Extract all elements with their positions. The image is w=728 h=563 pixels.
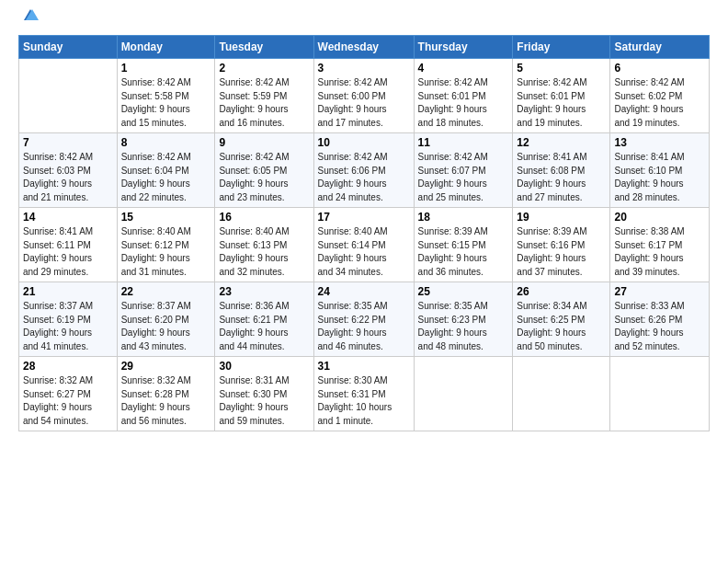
day-number: 6: [614, 62, 705, 75]
day-info: Sunrise: 8:42 AMSunset: 6:02 PMDaylight:…: [614, 76, 705, 130]
day-number: 4: [418, 62, 509, 75]
day-number: 27: [614, 285, 705, 298]
day-number: 8: [121, 136, 211, 149]
day-info: Sunrise: 8:39 AMSunset: 6:15 PMDaylight:…: [418, 225, 509, 279]
day-cell: 21Sunrise: 8:37 AMSunset: 6:19 PMDayligh…: [19, 282, 118, 357]
week-row-1: 1Sunrise: 8:42 AMSunset: 5:58 PMDaylight…: [19, 59, 710, 133]
day-number: 12: [517, 136, 606, 149]
day-info: Sunrise: 8:40 AMSunset: 6:13 PMDaylight:…: [219, 225, 309, 279]
day-number: 10: [318, 136, 410, 149]
day-cell: 25Sunrise: 8:35 AMSunset: 6:23 PMDayligh…: [414, 282, 513, 357]
day-cell: 17Sunrise: 8:40 AMSunset: 6:14 PMDayligh…: [313, 208, 414, 282]
day-number: 19: [517, 211, 606, 224]
day-number: 25: [418, 285, 509, 298]
day-info: Sunrise: 8:41 AMSunset: 6:11 PMDaylight:…: [23, 225, 113, 279]
day-number: 14: [23, 211, 113, 224]
week-row-5: 28Sunrise: 8:32 AMSunset: 6:27 PMDayligh…: [19, 357, 710, 431]
day-number: 20: [614, 211, 705, 224]
day-info: Sunrise: 8:42 AMSunset: 6:05 PMDaylight:…: [219, 151, 309, 204]
day-info: Sunrise: 8:40 AMSunset: 6:12 PMDaylight:…: [121, 225, 211, 279]
day-cell: 27Sunrise: 8:33 AMSunset: 6:26 PMDayligh…: [610, 282, 710, 357]
header-cell-thursday: Thursday: [414, 36, 513, 59]
day-cell: 15Sunrise: 8:40 AMSunset: 6:12 PMDayligh…: [117, 208, 215, 282]
day-cell: [414, 357, 513, 431]
week-row-2: 7Sunrise: 8:42 AMSunset: 6:03 PMDaylight…: [19, 133, 710, 208]
header-cell-sunday: Sunday: [19, 36, 118, 59]
header-cell-monday: Monday: [117, 36, 215, 59]
day-info: Sunrise: 8:42 AMSunset: 6:01 PMDaylight:…: [418, 76, 509, 130]
day-info: Sunrise: 8:30 AMSunset: 6:31 PMDaylight:…: [318, 374, 410, 428]
day-number: 29: [121, 360, 211, 373]
day-cell: 13Sunrise: 8:41 AMSunset: 6:10 PMDayligh…: [610, 133, 710, 208]
day-cell: 4Sunrise: 8:42 AMSunset: 6:01 PMDaylight…: [414, 59, 513, 133]
day-info: Sunrise: 8:42 AMSunset: 5:58 PMDaylight:…: [121, 76, 211, 130]
page-container: SundayMondayTuesdayWednesdayThursdayFrid…: [0, 0, 728, 441]
day-number: 5: [517, 62, 606, 75]
day-info: Sunrise: 8:37 AMSunset: 6:20 PMDaylight:…: [121, 300, 211, 353]
day-number: 26: [517, 285, 606, 298]
day-info: Sunrise: 8:36 AMSunset: 6:21 PMDaylight:…: [219, 300, 309, 353]
day-cell: 9Sunrise: 8:42 AMSunset: 6:05 PMDaylight…: [215, 133, 313, 208]
day-info: Sunrise: 8:42 AMSunset: 6:06 PMDaylight:…: [318, 151, 410, 204]
day-number: 7: [23, 136, 113, 149]
day-cell: 1Sunrise: 8:42 AMSunset: 5:58 PMDaylight…: [117, 59, 215, 133]
day-number: 3: [318, 62, 410, 75]
day-number: 1: [121, 62, 211, 75]
header-cell-saturday: Saturday: [610, 36, 710, 59]
day-info: Sunrise: 8:42 AMSunset: 6:07 PMDaylight:…: [418, 151, 509, 204]
day-cell: 23Sunrise: 8:36 AMSunset: 6:21 PMDayligh…: [215, 282, 313, 357]
day-number: 24: [318, 285, 410, 298]
day-info: Sunrise: 8:41 AMSunset: 6:08 PMDaylight:…: [517, 151, 606, 204]
day-info: Sunrise: 8:42 AMSunset: 6:01 PMDaylight:…: [517, 76, 606, 130]
day-cell: 8Sunrise: 8:42 AMSunset: 6:04 PMDaylight…: [117, 133, 215, 208]
day-info: Sunrise: 8:41 AMSunset: 6:10 PMDaylight:…: [614, 151, 705, 204]
day-cell: 31Sunrise: 8:30 AMSunset: 6:31 PMDayligh…: [313, 357, 414, 431]
day-cell: 3Sunrise: 8:42 AMSunset: 6:00 PMDaylight…: [313, 59, 414, 133]
day-info: Sunrise: 8:35 AMSunset: 6:23 PMDaylight:…: [418, 300, 509, 353]
day-info: Sunrise: 8:42 AMSunset: 6:00 PMDaylight:…: [318, 76, 410, 130]
day-info: Sunrise: 8:31 AMSunset: 6:30 PMDaylight:…: [219, 374, 309, 428]
day-cell: 24Sunrise: 8:35 AMSunset: 6:22 PMDayligh…: [313, 282, 414, 357]
day-cell: [610, 357, 710, 431]
day-number: 28: [23, 360, 113, 373]
calendar-table: SundayMondayTuesdayWednesdayThursdayFrid…: [18, 35, 710, 431]
day-number: 17: [318, 211, 410, 224]
day-cell: 26Sunrise: 8:34 AMSunset: 6:25 PMDayligh…: [513, 282, 610, 357]
day-number: 15: [121, 211, 211, 224]
day-cell: 22Sunrise: 8:37 AMSunset: 6:20 PMDayligh…: [117, 282, 215, 357]
header-row: SundayMondayTuesdayWednesdayThursdayFrid…: [19, 36, 710, 59]
day-info: Sunrise: 8:42 AMSunset: 6:04 PMDaylight:…: [121, 151, 211, 204]
day-cell: 30Sunrise: 8:31 AMSunset: 6:30 PMDayligh…: [215, 357, 313, 431]
day-info: Sunrise: 8:35 AMSunset: 6:22 PMDaylight:…: [318, 300, 410, 353]
day-cell: 29Sunrise: 8:32 AMSunset: 6:28 PMDayligh…: [117, 357, 215, 431]
day-info: Sunrise: 8:37 AMSunset: 6:19 PMDaylight:…: [23, 300, 113, 353]
day-number: 21: [23, 285, 113, 298]
day-number: 11: [418, 136, 509, 149]
day-info: Sunrise: 8:32 AMSunset: 6:27 PMDaylight:…: [23, 374, 113, 428]
header-cell-friday: Friday: [513, 36, 610, 59]
day-number: 2: [219, 62, 309, 75]
calendar-body: 1Sunrise: 8:42 AMSunset: 5:58 PMDaylight…: [19, 59, 710, 431]
day-cell: 28Sunrise: 8:32 AMSunset: 6:27 PMDayligh…: [19, 357, 118, 431]
day-number: 31: [318, 360, 410, 373]
day-number: 18: [418, 211, 509, 224]
day-cell: 7Sunrise: 8:42 AMSunset: 6:03 PMDaylight…: [19, 133, 118, 208]
header-cell-wednesday: Wednesday: [313, 36, 414, 59]
day-cell: 19Sunrise: 8:39 AMSunset: 6:16 PMDayligh…: [513, 208, 610, 282]
day-cell: 16Sunrise: 8:40 AMSunset: 6:13 PMDayligh…: [215, 208, 313, 282]
header-cell-tuesday: Tuesday: [215, 36, 313, 59]
day-info: Sunrise: 8:32 AMSunset: 6:28 PMDaylight:…: [121, 374, 211, 428]
day-number: 16: [219, 211, 309, 224]
day-cell: [19, 59, 118, 133]
day-info: Sunrise: 8:39 AMSunset: 6:16 PMDaylight:…: [517, 225, 606, 279]
day-info: Sunrise: 8:34 AMSunset: 6:25 PMDaylight:…: [517, 300, 606, 353]
day-cell: 6Sunrise: 8:42 AMSunset: 6:02 PMDaylight…: [610, 59, 710, 133]
day-info: Sunrise: 8:42 AMSunset: 5:59 PMDaylight:…: [219, 76, 309, 130]
day-cell: 12Sunrise: 8:41 AMSunset: 6:08 PMDayligh…: [513, 133, 610, 208]
day-number: 9: [219, 136, 309, 149]
day-number: 13: [614, 136, 705, 149]
day-number: 30: [219, 360, 309, 373]
day-cell: 18Sunrise: 8:39 AMSunset: 6:15 PMDayligh…: [414, 208, 513, 282]
day-info: Sunrise: 8:33 AMSunset: 6:26 PMDaylight:…: [614, 300, 705, 353]
day-cell: 10Sunrise: 8:42 AMSunset: 6:06 PMDayligh…: [313, 133, 414, 208]
